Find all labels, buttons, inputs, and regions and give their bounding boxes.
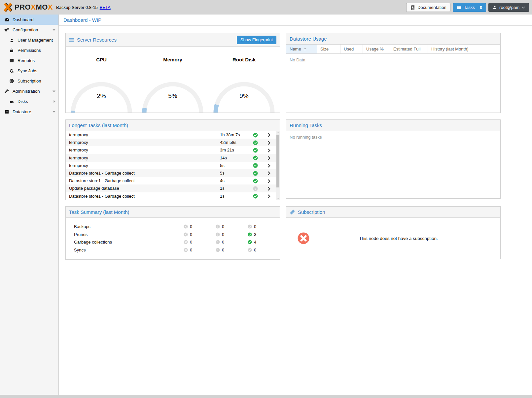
- column-header-estimated-full[interactable]: Estimated Full: [390, 45, 428, 53]
- sidebar-item-configuration[interactable]: Configuration: [0, 25, 58, 35]
- summary-label: Garbage collections: [66, 240, 184, 245]
- caret-down-icon[interactable]: [53, 29, 55, 31]
- task-duration: 1s: [217, 186, 249, 191]
- task-detail-button[interactable]: [262, 171, 276, 176]
- status-ok-icon: [253, 179, 258, 183]
- sidebar-item-permissions[interactable]: Permissions: [0, 45, 58, 55]
- task-duration: 3m 21s: [217, 148, 249, 152]
- book-icon: [410, 5, 415, 10]
- panel-title: Longest Tasks (last Month): [69, 122, 128, 128]
- gauge-cpu: CPU 2%: [66, 47, 137, 113]
- task-detail-button[interactable]: [262, 178, 276, 183]
- tachometer-icon: [4, 17, 10, 22]
- error-count-icon: [184, 240, 188, 244]
- scrollbar[interactable]: [276, 131, 280, 200]
- sidebar-item-dashboard[interactable]: Dashboard: [0, 15, 58, 25]
- column-header-history-last-month[interactable]: History (last Month): [428, 45, 500, 53]
- sidebar-item-user-management[interactable]: User Management: [0, 35, 58, 45]
- gauge-label: Root Disk: [208, 57, 280, 62]
- sidebar-item-remotes[interactable]: Remotes: [0, 55, 58, 66]
- task-row[interactable]: termproxy 42m 58s: [66, 139, 276, 146]
- proxmox-logo: PROXMOX: [3, 2, 53, 12]
- task-row[interactable]: Datastore store1 - Garbage collect 5s: [66, 169, 276, 177]
- task-row[interactable]: termproxy 14s: [66, 154, 276, 162]
- chevron-right-icon: [267, 133, 271, 137]
- summary-row-garbage-collections: Garbage collections 0 0 4: [66, 238, 280, 246]
- task-detail-button[interactable]: [262, 193, 276, 199]
- chevron-right-icon: [267, 194, 271, 199]
- task-row[interactable]: termproxy 1h 38m 7s: [66, 131, 276, 139]
- task-duration: 4s: [217, 178, 249, 183]
- subscription-header: Subscription: [286, 207, 500, 218]
- sync-icon: [9, 69, 15, 73]
- panel-title: Task Summary (last Month): [69, 209, 129, 215]
- documentation-button[interactable]: Documentation: [406, 3, 450, 12]
- caret-right-icon[interactable]: [53, 100, 55, 103]
- task-name: termproxy: [66, 163, 217, 168]
- sidebar-item-disks[interactable]: Disks: [0, 96, 58, 107]
- sidebar-item-subscription[interactable]: Subscription: [0, 76, 58, 86]
- ok-count-icon: [248, 240, 252, 244]
- gauge-value: 9%: [208, 92, 280, 100]
- task-detail-button[interactable]: [262, 148, 276, 153]
- column-header-name[interactable]: Name: [286, 45, 317, 53]
- caret-down-icon[interactable]: [53, 90, 55, 92]
- scroll-up-icon[interactable]: [276, 131, 280, 134]
- bottom-bar: [0, 395, 532, 398]
- caret-down-icon[interactable]: [53, 111, 55, 113]
- sidebar-item-label: Datastore: [13, 109, 31, 114]
- column-header-usage[interactable]: Usage %: [363, 45, 390, 53]
- sidebar-item-label: Disks: [18, 99, 28, 104]
- error-count: 0: [190, 248, 192, 252]
- sidebar-item-administration[interactable]: Administration: [0, 86, 58, 96]
- task-detail-button[interactable]: [262, 132, 276, 138]
- column-header-size[interactable]: Size: [317, 45, 340, 53]
- task-list-icon: [457, 5, 462, 10]
- subscription-panel: Subscription This node does not have a s…: [286, 206, 501, 259]
- column-header-used[interactable]: Used: [340, 45, 363, 53]
- product-name: Backup Server 0.8-15: [56, 5, 98, 10]
- warning-count: 0: [222, 232, 224, 237]
- sidebar-item-sync-jobs[interactable]: Sync Jobs: [0, 66, 58, 76]
- sidebar-item-label: Subscription: [18, 79, 41, 83]
- task-detail-button[interactable]: [262, 155, 276, 160]
- ok-count-icon: [248, 224, 252, 229]
- sidebar: Dashboard Configuration User Management …: [0, 15, 59, 395]
- sidebar-item-label: Permissions: [18, 48, 41, 53]
- show-fingerprint-button[interactable]: Show Fingerprint: [237, 36, 276, 44]
- chevron-right-icon: [267, 163, 271, 168]
- panel-title: Server Resources: [77, 37, 117, 43]
- task-detail-button[interactable]: [262, 163, 276, 168]
- user-icon: [492, 5, 497, 10]
- subscription-body: This node does not have a subscription.: [286, 218, 500, 259]
- task-detail-button[interactable]: [262, 140, 276, 145]
- scroll-down-icon[interactable]: [276, 197, 280, 200]
- gears-icon: [4, 27, 10, 33]
- status-ok-icon: [253, 155, 258, 160]
- archive-icon: [4, 110, 10, 114]
- ok-count: 4: [254, 240, 256, 245]
- scrollbar-thumb[interactable]: [276, 135, 279, 187]
- task-detail-button[interactable]: [262, 186, 276, 191]
- task-row[interactable]: termproxy 3m 21s: [66, 146, 276, 154]
- task-row[interactable]: Datastore store1 - Garbage collect 1s: [66, 192, 276, 200]
- sidebar-item-label: Sync Jobs: [18, 68, 37, 73]
- gauges-row: CPU 2% Memory 5% Root Disk 9%: [66, 47, 280, 113]
- warning-count: 0: [222, 248, 224, 252]
- sort-ascending-icon: [303, 47, 307, 51]
- task-name: termproxy: [66, 132, 217, 137]
- task-row[interactable]: termproxy 5s: [66, 162, 276, 169]
- beta-link[interactable]: BETA: [100, 5, 111, 10]
- user-menu-button[interactable]: root@pam: [488, 3, 529, 12]
- task-name: termproxy: [66, 140, 217, 145]
- svg-text:?: ?: [254, 187, 256, 190]
- summary-label: Backups: [66, 224, 184, 229]
- task-row[interactable]: Datastore store1 - Garbage collect 4s: [66, 177, 276, 184]
- task-row[interactable]: Update package database 1s ?: [66, 184, 276, 192]
- task-duration: 42m 58s: [217, 140, 249, 145]
- tasks-button[interactable]: Tasks 0: [453, 3, 486, 12]
- warning-count-icon: [216, 232, 220, 237]
- sidebar-item-label: Configuration: [13, 27, 38, 32]
- chevron-right-icon: [267, 156, 271, 160]
- sidebar-item-datastore[interactable]: Datastore: [0, 107, 58, 117]
